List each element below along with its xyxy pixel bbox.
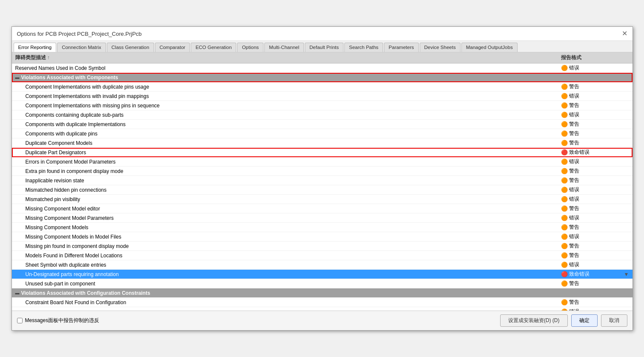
- table-row[interactable]: ▬Violations Associated with Components: [12, 73, 633, 82]
- badge-label: 警告: [569, 177, 579, 184]
- row-format-mismatch-hidden[interactable]: 🟠错误: [561, 187, 629, 193]
- row-format-missing-model-ed[interactable]: 🟠警告: [561, 205, 629, 212]
- table-row[interactable]: Missing Component Models in Model Files🟠…: [12, 232, 633, 242]
- expand-icon[interactable]: ▬: [15, 291, 20, 295]
- table-row[interactable]: Components with duplicate pins🟠警告: [12, 129, 633, 138]
- dropdown-arrow-icon[interactable]: ▼: [624, 271, 629, 277]
- row-label-extra-pin: Extra pin found in component display mod…: [15, 168, 561, 174]
- row-label-violations-config: Violations Associated with Configuration…: [21, 290, 629, 296]
- row-format-undesig-parts[interactable]: 🔴致命错误▼: [561, 271, 629, 277]
- table-row[interactable]: Missing pin found in component display m…: [12, 242, 633, 251]
- row-format-comp-dup-pins[interactable]: 🟠警告: [561, 83, 629, 90]
- table-row[interactable]: Missing Component Models🟠警告: [12, 223, 633, 232]
- row-format-missing-model-params[interactable]: 🟠错误: [561, 215, 629, 221]
- error-icon: 🟠: [561, 83, 568, 90]
- table-row[interactable]: Models Found in Different Model Location…: [12, 251, 633, 260]
- error-icon: 🟠: [561, 102, 568, 109]
- row-format-missing-models[interactable]: 🟠警告: [561, 224, 629, 230]
- table-row[interactable]: Inapplicable revision state🟠警告: [12, 176, 633, 185]
- table-row[interactable]: ▬Violations Associated with Configuratio…: [12, 288, 633, 298]
- row-label-mismatch-hidden: Mismatched hidden pin connections: [15, 187, 561, 193]
- row-format-comp-dup-impl[interactable]: 🟠警告: [561, 121, 629, 127]
- status-badge: 🟠错误: [561, 93, 579, 99]
- setup-button[interactable]: 设置成安装融资(D) (D): [500, 314, 568, 327]
- row-format-missing-pin-disp[interactable]: 🟠警告: [561, 243, 629, 249]
- tab-device-sheets[interactable]: Device Sheets: [420, 43, 461, 52]
- error-fatal-icon: 🔴: [561, 149, 568, 155]
- row-format-errors-comp-model[interactable]: 🟠错误: [561, 158, 629, 165]
- row-format-constraint-board[interactable]: 🟠警告: [561, 299, 629, 305]
- table-row[interactable]: Mismatched pin visibility🟠错误: [12, 195, 633, 204]
- row-format-models-diff-loc[interactable]: 🟠警告: [561, 252, 629, 259]
- status-badge: 🟠错误: [561, 215, 579, 221]
- error-icon: 🟠: [561, 262, 568, 268]
- row-label-errors-comp-model: Errors in Component Model Parameters: [15, 159, 561, 165]
- row-format-comp-missing-pins[interactable]: 🟠警告: [561, 102, 629, 109]
- table-row[interactable]: Unused sub-part in component🟠警告: [12, 279, 633, 288]
- tab-error-reporting[interactable]: Error Reporting: [14, 43, 57, 52]
- row-format-comp-dup-subparts[interactable]: 🟠错误: [561, 112, 629, 118]
- table-row[interactable]: Extra pin found in component display mod…: [12, 167, 633, 176]
- tab-search-paths[interactable]: Search Paths: [344, 43, 383, 52]
- table-row[interactable]: Un-Designated parts requiring annotation…: [12, 270, 633, 279]
- table-row[interactable]: Sheet Symbol with duplicate entries🟠错误: [12, 260, 633, 270]
- table-row[interactable]: 🟠错误: [12, 307, 633, 311]
- error-icon: 🟠: [561, 252, 568, 259]
- badge-label: 警告: [569, 205, 579, 212]
- ok-button[interactable]: 确定: [571, 314, 598, 327]
- tab-bar: Error ReportingConnection MatrixClass Ge…: [12, 41, 633, 52]
- row-format-unused-subpart[interactable]: 🟠警告: [561, 280, 629, 287]
- row-label-sheet-dup-entries: Sheet Symbol with duplicate entries: [15, 262, 561, 268]
- title-bar: Options for PCB Project PCB_Project_Core…: [12, 27, 633, 41]
- suppress-checkbox[interactable]: [17, 318, 23, 323]
- status-badge: 🟠警告: [561, 252, 579, 259]
- table-row[interactable]: Missing Component Model editor🟠警告: [12, 204, 633, 213]
- tab-connection-matrix[interactable]: Connection Matrix: [57, 43, 106, 52]
- table-row[interactable]: Components with duplicate Implementation…: [12, 120, 633, 129]
- table-row[interactable]: Mismatched hidden pin connections🟠错误: [12, 185, 633, 195]
- tab-multi-channel[interactable]: Multi-Channel: [264, 43, 304, 52]
- row-label-comp-dup-pins: Component Implementations with duplicate…: [15, 84, 561, 90]
- table-row[interactable]: Reserved Names Used in Code Symbol🟠错误: [12, 63, 633, 73]
- table-row[interactable]: Constraint Board Not Found in Configurat…: [12, 298, 633, 307]
- table-header: 障碍类型描述 ↑ 报告格式: [12, 52, 633, 63]
- tab-class-generation[interactable]: Class Generation: [107, 43, 154, 52]
- status-badge: 🟠警告: [561, 280, 579, 287]
- table-row[interactable]: Missing Component Model Parameters🟠错误: [12, 213, 633, 223]
- row-format-mismatch-vis[interactable]: 🟠错误: [561, 196, 629, 202]
- status-badge: 🟠警告: [561, 205, 579, 212]
- tab-default-prints[interactable]: Default Prints: [305, 43, 343, 52]
- row-format-extra-pin[interactable]: 🟠警告: [561, 168, 629, 174]
- table-row[interactable]: Errors in Component Model Parameters🟠错误: [12, 157, 633, 167]
- row-format-sheet-dup-entries[interactable]: 🟠错误: [561, 262, 629, 268]
- row-format-inapp-revision[interactable]: 🟠警告: [561, 177, 629, 184]
- row-format-reserved-names[interactable]: 🟠错误: [561, 65, 629, 71]
- row-format-missing-models-files[interactable]: 🟠错误: [561, 233, 629, 240]
- table-row[interactable]: Components containing duplicate sub-part…: [12, 110, 633, 120]
- tab-parameters[interactable]: Parameters: [384, 43, 418, 52]
- row-format-dup-part-desig[interactable]: 🔴致命错误: [561, 149, 629, 155]
- table-row[interactable]: Duplicate Component Models🟠警告: [12, 138, 633, 148]
- row-format-comp-dup-pins2[interactable]: 🟠警告: [561, 130, 629, 137]
- expand-icon[interactable]: ▬: [15, 75, 20, 80]
- tab-comparator[interactable]: Comparator: [155, 43, 190, 52]
- table-row[interactable]: Component Implementations with missing p…: [12, 101, 633, 110]
- error-icon: 🟠: [561, 168, 568, 174]
- tab-eco-generation[interactable]: ECO Generation: [191, 43, 236, 52]
- table-wrapper: Reserved Names Used in Code Symbol🟠错误▬Vi…: [12, 63, 633, 311]
- row-format-dup-comp-models[interactable]: 🟠警告: [561, 140, 629, 146]
- row-label-missing-model-ed: Missing Component Model editor: [15, 206, 561, 212]
- row-label-missing-models: Missing Component Models: [15, 225, 561, 230]
- sort-icon[interactable]: ↑: [47, 55, 50, 60]
- close-button[interactable]: ✕: [622, 30, 627, 37]
- cancel-button[interactable]: 取消: [601, 314, 627, 327]
- badge-label: 错误: [569, 158, 579, 165]
- tab-options[interactable]: Options: [237, 43, 263, 52]
- row-format-comp-invalid-pin[interactable]: 🟠错误: [561, 93, 629, 99]
- table-row[interactable]: Component Implementations with invalid p…: [12, 92, 633, 101]
- status-badge: 🟠警告: [561, 243, 579, 249]
- table-row[interactable]: Component Implementations with duplicate…: [12, 82, 633, 92]
- table-body[interactable]: Reserved Names Used in Code Symbol🟠错误▬Vi…: [12, 63, 633, 311]
- table-row[interactable]: Duplicate Part Designators🔴致命错误: [12, 148, 633, 157]
- tab-managed-outputjobs[interactable]: Managed OutputJobs: [461, 43, 518, 52]
